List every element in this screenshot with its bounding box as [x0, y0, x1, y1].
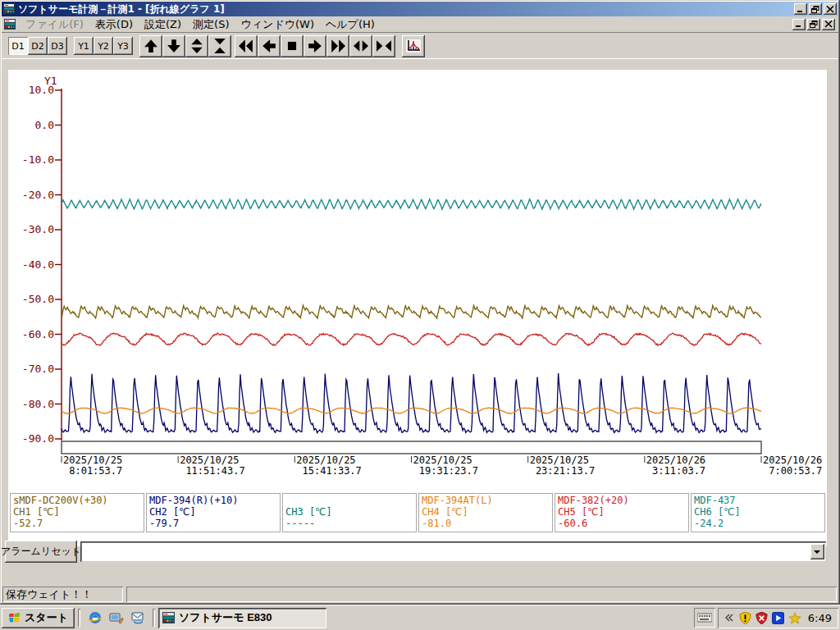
- channel-value: -60.6: [558, 518, 686, 529]
- x-tick-label: 2025/10/25 23:21:13.7: [530, 455, 595, 477]
- taskbar-divider[interactable]: [153, 609, 155, 627]
- security-alert-icon[interactable]: [739, 611, 752, 624]
- app-icon: [162, 612, 175, 623]
- alarm-reset-button[interactable]: アラームリセット: [5, 541, 77, 563]
- channel-label: CH1 [℃]: [13, 506, 141, 518]
- title-bar[interactable]: ソフトサーモ計測－計測1 - [折れ線グラフ 1]: [2, 2, 838, 16]
- collapse-tray-icon[interactable]: [723, 611, 736, 624]
- fast-rewind-icon[interactable]: [235, 35, 258, 57]
- system-tray: 6:49: [694, 608, 838, 628]
- title-window-buttons: [792, 3, 837, 15]
- y-tick-label: -20.0: [11, 189, 54, 201]
- menu-items: ファイル(F)表示(D)設定(Z)測定(S)ウィンドウ(W)ヘルプ(H): [20, 17, 381, 32]
- minimize-icon[interactable]: [794, 3, 807, 15]
- main-area: Y1 10.00.0-10.0-20.0-30.0-40.0-50.0-60.0…: [2, 59, 838, 584]
- channel-label: CH3 [℃]: [285, 506, 413, 518]
- legend-cell-ch3: CH3 [℃]-----: [282, 493, 417, 532]
- menu-item[interactable]: ヘルプ(H): [320, 16, 381, 32]
- taskbar-divider[interactable]: [78, 609, 80, 627]
- fast-forward-icon[interactable]: [326, 35, 349, 57]
- legend-cell-ch5: MDF-382(+20)CH5 [℃]-60.6: [555, 493, 689, 532]
- security-center-icon[interactable]: [756, 611, 769, 624]
- menu-item[interactable]: 設定(Z): [139, 16, 187, 32]
- start-button[interactable]: スタート: [2, 608, 75, 628]
- y-tick-label: -90.0: [11, 432, 54, 445]
- channel-value: -79.7: [149, 518, 277, 529]
- menu-item[interactable]: 表示(D): [89, 16, 139, 32]
- dropdown-arrow-icon[interactable]: [810, 544, 824, 559]
- y-tick-label: 10.0: [11, 84, 54, 96]
- expand-horizontal-icon[interactable]: [349, 35, 372, 57]
- close-icon[interactable]: [824, 3, 837, 15]
- y-tick-label: -50.0: [11, 293, 54, 305]
- x-tick-label: 2025/10/26 3:11:03.7: [646, 455, 705, 477]
- y-tick-label: -70.0: [11, 363, 54, 375]
- outlook-express-icon[interactable]: [130, 609, 146, 626]
- show-desktop-icon[interactable]: [108, 609, 125, 626]
- pan-down-icon[interactable]: [162, 35, 185, 57]
- line-graph-icon[interactable]: [402, 35, 425, 57]
- internet-explorer-icon[interactable]: [87, 609, 103, 626]
- channel-legend: sMDF-DC200V(+30)CH1 [℃]-52.7MDF-394(R)(+…: [10, 493, 825, 532]
- quick-launch-bar: [84, 609, 149, 626]
- channel-value: -24.2: [694, 518, 822, 529]
- channel-label: CH5 [℃]: [558, 506, 686, 518]
- stop-icon[interactable]: [281, 35, 304, 57]
- restore-icon[interactable]: [807, 19, 820, 30]
- y-tick-label: -10.0: [11, 153, 54, 166]
- chart-panel: Y1 10.00.0-10.0-20.0-30.0-40.0-50.0-60.0…: [8, 70, 827, 546]
- x-tick-label: 2025/10/26 7:00:53.7: [763, 455, 822, 477]
- toolbar-button-y1[interactable]: Y1: [74, 37, 94, 55]
- time-range-scrollbar[interactable]: [62, 441, 761, 454]
- compress-horizontal-icon[interactable]: [372, 35, 395, 57]
- minimize-icon[interactable]: [792, 19, 806, 30]
- series-line-ch6: [62, 199, 761, 210]
- toolbar-button-y3[interactable]: Y3: [113, 37, 133, 55]
- legend-cell-ch4: MDF-394AT(L)CH4 [℃]-81.0: [418, 493, 553, 532]
- legend-cell-ch6: MDF-437CH6 [℃]-24.2: [691, 493, 825, 532]
- close-icon[interactable]: [822, 19, 835, 30]
- favorites-star-icon[interactable]: [788, 611, 801, 624]
- pan-left-icon[interactable]: [258, 35, 281, 57]
- toolbar-button-d2[interactable]: D2: [28, 37, 48, 55]
- child-window-buttons: [791, 19, 835, 30]
- restore-icon[interactable]: [809, 3, 822, 15]
- channel-name: MDF-437: [694, 495, 822, 506]
- channel-label: CH6 [℃]: [694, 506, 822, 518]
- compress-vertical-icon[interactable]: [208, 35, 231, 57]
- x-tick-label: 2025/10/25 8:01:53.7: [63, 455, 122, 477]
- channel-name: [285, 495, 413, 506]
- app-window: ソフトサーモ計測－計測1 - [折れ線グラフ 1] ファイル(F)表示(D)設定…: [0, 0, 840, 605]
- tray-icon-box: 6:49: [718, 608, 838, 628]
- toolbar: D1D2D3Y1Y2Y3: [2, 34, 838, 59]
- y-tick-label: -80.0: [11, 398, 54, 410]
- x-tick-label: 2025/10/25 15:41:33.7: [296, 455, 361, 477]
- menu-item[interactable]: ウィンドウ(W): [235, 16, 320, 32]
- channel-value: -----: [285, 518, 413, 529]
- keyboard-layout-icon[interactable]: [694, 608, 715, 628]
- menu-item[interactable]: 測定(S): [187, 16, 235, 32]
- series-line-ch5: [62, 333, 761, 345]
- toolbar-button-d3[interactable]: D3: [48, 37, 67, 55]
- channel-name: sMDF-DC200V(+30): [13, 495, 141, 506]
- tray-clock: 6:49: [808, 612, 832, 624]
- expand-vertical-icon[interactable]: [185, 35, 208, 57]
- pan-right-icon[interactable]: [304, 35, 326, 57]
- x-tick-label: 2025/10/25 19:31:23.7: [413, 455, 478, 477]
- menu-bar: ファイル(F)表示(D)設定(Z)測定(S)ウィンドウ(W)ヘルプ(H): [2, 16, 838, 33]
- alarm-history-dropdown[interactable]: [80, 541, 826, 562]
- window-title: ソフトサーモ計測－計測1 - [折れ線グラフ 1]: [18, 2, 225, 16]
- desktop: ソフトサーモ計測－計測1 - [折れ線グラフ 1] ファイル(F)表示(D)設定…: [0, 0, 840, 630]
- task-button-label: ソフトサーモ E830: [179, 610, 272, 625]
- series-line-ch1: [62, 305, 761, 318]
- status-message: 保存ウェイト！！: [2, 587, 123, 602]
- toolbar-button-d1[interactable]: D1: [8, 37, 28, 55]
- pan-up-icon[interactable]: [139, 35, 162, 57]
- y-tick-label: -30.0: [11, 223, 54, 235]
- taskbar: スタート ソフトサーモ E830 6:49: [0, 605, 840, 630]
- child-system-menu-icon[interactable]: [3, 19, 16, 30]
- task-button-softthermo[interactable]: ソフトサーモ E830: [158, 608, 326, 628]
- toolbar-button-y2[interactable]: Y2: [94, 37, 113, 55]
- channel-label: CH4 [℃]: [422, 506, 550, 518]
- media-player-icon[interactable]: [772, 611, 785, 624]
